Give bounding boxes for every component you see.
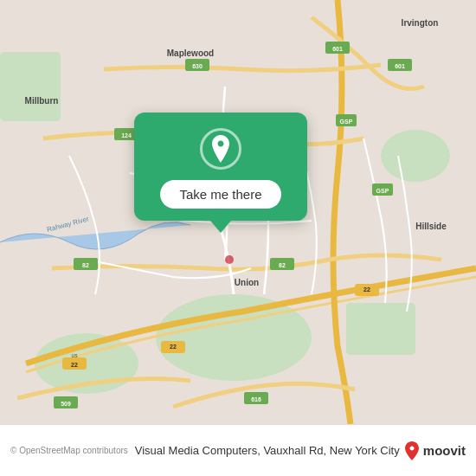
svg-text:616: 616 — [251, 396, 261, 402]
svg-text:601: 601 — [395, 63, 405, 69]
svg-text:22: 22 — [170, 344, 177, 350]
svg-text:22: 22 — [363, 286, 370, 293]
moovit-text: moovit — [423, 443, 466, 458]
svg-point-39 — [225, 255, 234, 264]
svg-text:601: 601 — [332, 46, 343, 52]
svg-text:22: 22 — [71, 362, 78, 368]
copyright-text: © OpenStreetMap contributors — [10, 446, 128, 455]
moovit-pin-icon — [404, 441, 420, 460]
location-icon — [200, 128, 241, 170]
location-info: Visual Media Computers, Vauxhall Rd, New… — [135, 444, 404, 457]
svg-text:US: US — [72, 353, 79, 358]
svg-text:Millburn: Millburn — [25, 96, 59, 106]
take-me-there-button[interactable]: Take me there — [160, 180, 280, 209]
svg-point-1 — [156, 294, 312, 381]
pin-icon — [209, 135, 233, 163]
svg-text:509: 509 — [61, 401, 71, 407]
svg-rect-3 — [346, 303, 415, 355]
popup-card: Take me there — [134, 113, 307, 221]
svg-text:GSP: GSP — [340, 119, 353, 125]
svg-rect-5 — [0, 52, 61, 121]
svg-text:82: 82 — [82, 262, 89, 268]
svg-text:82: 82 — [279, 262, 286, 268]
svg-text:Hillside: Hillside — [415, 222, 447, 231]
moovit-logo: moovit — [404, 441, 466, 460]
svg-text:630: 630 — [192, 63, 203, 69]
svg-text:Irvington: Irvington — [402, 18, 439, 28]
svg-text:GSP: GSP — [376, 188, 389, 194]
svg-text:Maplewood: Maplewood — [167, 48, 214, 58]
svg-point-4 — [381, 130, 450, 182]
svg-text:124: 124 — [121, 132, 132, 138]
svg-text:Union: Union — [235, 278, 259, 287]
bottom-bar: © OpenStreetMap contributors Visual Medi… — [0, 424, 476, 476]
map-container: 630 124 82 82 22 US 22 22 GSP GSP 601 60… — [0, 0, 476, 424]
